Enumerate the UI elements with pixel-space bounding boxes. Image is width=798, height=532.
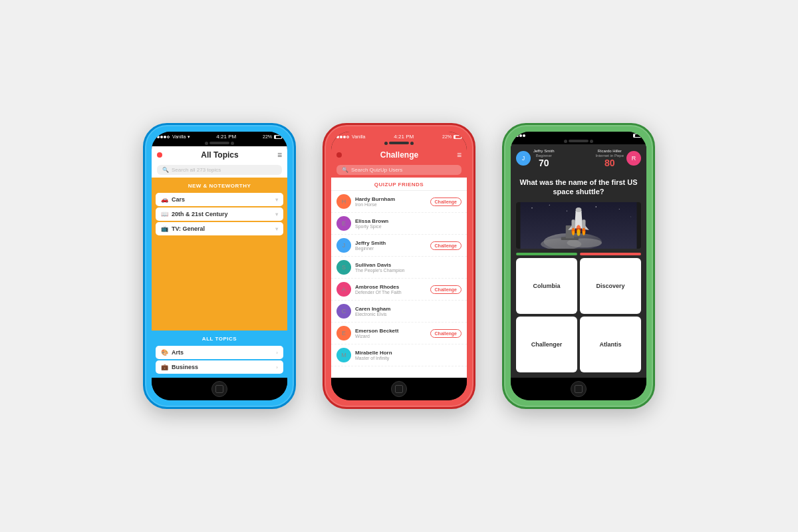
phone-top-3 [511,140,646,144]
phone-bottom-1 [152,378,287,400]
friend-info-4: Sullivan Davis The People's Champion [355,262,462,273]
avatar-mirabelle: M [336,348,351,362]
challenge-btn-7[interactable]: Challenge [430,329,462,338]
svg-point-5 [619,209,620,209]
status-bar-1: Vanilla ▾ 4:21 PM 22% [152,132,287,142]
topic-item-cars[interactable]: 🚗 Cars ▾ [156,193,283,206]
friend-item-6[interactable]: C Caren Ingham Electronic Elvis [331,301,467,323]
challenge-search-placeholder: Search QuizUp Users [351,167,402,173]
section-new-header: NEW & NOTEWORTHY [152,180,287,192]
menu-icon-2[interactable]: ≡ [457,150,462,160]
rocket-svg [516,202,641,249]
menu-icon-1[interactable]: ≡ [277,150,282,160]
camera-1b [231,142,234,145]
answer-atlantis[interactable]: Atlantis [580,317,641,372]
notification-dot-1 [157,152,162,158]
search-bar-1: 🔍 Search all 273 topics [152,162,287,178]
friend-info-5: Ambrose Rhodes Defender Of The Faith [355,284,426,295]
friend-item-3[interactable]: J Jeffry Smith Beginner Challenge [331,235,467,257]
progress-bars [511,249,646,258]
svg-point-4 [596,206,597,207]
arts-icon: 🎨 [161,349,168,356]
friend-item-7[interactable]: E Emerson Beckett Wizard Challenge [331,323,467,344]
challenge-btn-5[interactable]: Challenge [430,285,462,294]
chevron-century: ▾ [275,211,278,217]
notification-dot-2 [336,152,342,158]
topic-label-century: 20th & 21st Century [172,211,228,217]
home-button-3[interactable] [571,381,587,397]
challenge-search-input[interactable]: 🔍 Search QuizUp Users [336,165,462,175]
avatar-jeffry: J [336,238,351,253]
quiz-header: J Jeffry Smith Beginner 70 Ricardo Hille… [511,144,646,172]
friend-name-3: Jeffry Smith [355,240,426,246]
cars-icon: 🚗 [161,196,168,203]
home-button-1[interactable] [211,381,227,397]
topic-label-cars: Cars [172,196,185,203]
friend-sub-5: Defender Of The Faith [355,290,426,295]
battery-pct-1: 22% [263,134,272,139]
svg-point-1 [531,207,532,208]
svg-point-3 [567,210,567,211]
svg-point-2 [549,204,550,205]
challenge-btn-1[interactable]: Challenge [430,198,462,206]
carrier-1: Vanilla [172,134,186,139]
tv-icon: 📺 [161,225,168,232]
player-right-name: Ricardo Hiller [596,149,624,153]
svg-point-6 [630,216,631,217]
friend-item-2[interactable]: E Elissa Brown Sporty Spice [331,213,467,235]
topic-item-arts[interactable]: 🎨 Arts › [156,346,283,359]
friend-item-5[interactable]: A Ambrose Rhodes Defender Of The Faith C… [331,279,467,301]
friend-item-1[interactable]: H Hardy Burnham Iron Horse Challenge [331,191,467,213]
friend-name-1: Hardy Burnham [355,196,426,202]
friend-item-8[interactable]: M Mirabelle Horn Master of Infinity [331,344,467,366]
answer-columbia[interactable]: Columbia [516,258,577,314]
phone-top-1 [152,142,287,146]
phone-bottom-2 [331,378,467,400]
player-left-info: Jeffry Smith Beginner 70 [533,148,555,168]
wifi-icon: ▾ [188,134,190,140]
screen-3: J Jeffry Smith Beginner 70 Ricardo Hille… [511,144,646,378]
page-title-1: All Topics [201,150,238,160]
player-left-name: Jeffry Smith [533,149,555,153]
avatar-elissa: E [336,216,351,231]
phone-3: J Jeffry Smith Beginner 70 Ricardo Hille… [502,123,655,409]
speaker-2 [389,142,409,144]
status-bar-3 [511,132,646,140]
friend-name-8: Mirabelle Horn [355,350,462,356]
topic-item-business[interactable]: 💼 Business › [156,360,283,374]
avatar-sullivan: S [336,260,351,275]
home-button-inner-2 [395,385,403,393]
answer-grid: Columbia Discovery Challenger Atlantis [511,258,646,378]
friend-item-4[interactable]: S Sullivan Davis The People's Champion [331,257,467,279]
search-input-1[interactable]: 🔍 Search all 273 topics [157,165,282,175]
topic-item-tv[interactable]: 📺 TV: General ▾ [156,222,283,235]
home-button-2[interactable] [391,381,407,397]
player-avatar-right: R [626,151,641,166]
speaker-3 [569,140,589,142]
friend-info-2: Elissa Brown Sporty Spice [355,218,462,229]
friend-sub-2: Sporty Spice [355,224,462,229]
chevron-arts: › [276,350,278,356]
search-icon-1: 🔍 [162,167,169,173]
friend-sub-8: Master of Infinity [355,356,462,360]
time-2: 4:21 PM [394,134,414,140]
answer-discovery[interactable]: Discovery [580,258,641,314]
topic-item-century[interactable]: 📖 20th & 21st Century ▾ [156,207,283,221]
camera-3 [564,140,567,143]
avatar-emerson: E [336,326,351,340]
screen-1: All Topics ≡ 🔍 Search all 273 topics NEW… [152,146,287,378]
challenge-btn-3[interactable]: Challenge [430,241,462,250]
player-right-info: Ricardo Hiller Internet in Pepe 80 [596,148,624,168]
friend-info-7: Emerson Beckett Wizard [355,328,426,338]
challenge-search: 🔍 Search QuizUp Users [331,162,467,178]
friend-sub-1: Iron Horse [355,202,426,207]
phone-top-2 [331,142,467,146]
camera-2 [384,142,388,145]
chevron-business: › [276,364,278,370]
phone-2: Vanilla 4:21 PM 22% Challenge ≡ [323,123,475,409]
section-new-noteworthy: NEW & NOTEWORTHY 🚗 Cars ▾ 📖 20th & 21st … [152,178,287,331]
friend-name-2: Elissa Brown [355,218,462,224]
status-bar-2: Vanilla 4:21 PM 22% [331,132,467,142]
answer-challenger[interactable]: Challenger [516,317,577,372]
phone-1: Vanilla ▾ 4:21 PM 22% All [143,123,296,409]
